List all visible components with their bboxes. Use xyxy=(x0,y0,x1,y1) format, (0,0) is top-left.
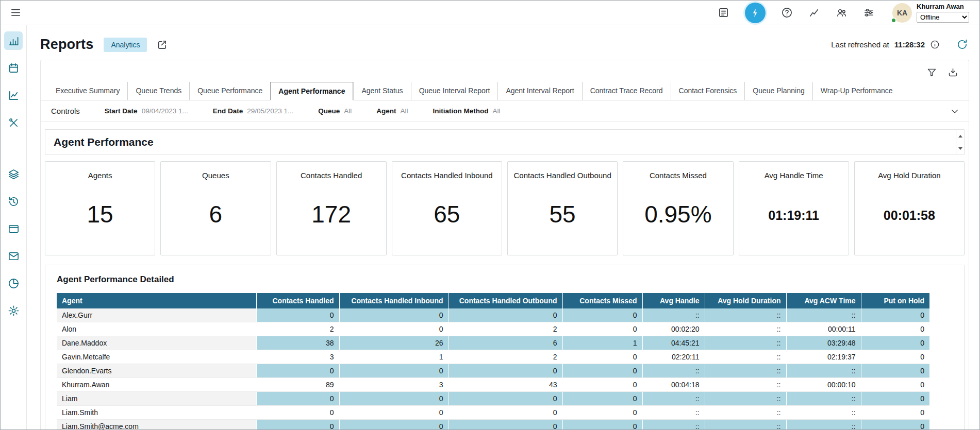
tab-wrap-up-performance[interactable]: Wrap-Up Performance xyxy=(812,82,901,100)
column-header-agent[interactable]: Agent xyxy=(57,293,256,308)
gear-icon[interactable] xyxy=(4,301,23,320)
history-icon[interactable] xyxy=(4,192,23,211)
agent-name-cell: Alon xyxy=(57,322,256,336)
refresh-icon[interactable] xyxy=(956,39,968,50)
metric-cell: :: xyxy=(786,420,861,430)
export-icon[interactable] xyxy=(948,67,958,78)
tab-agent-interval-report[interactable]: Agent Interval Report xyxy=(497,82,582,100)
control-start-date[interactable]: Start Date09/04/2023 1... xyxy=(105,107,188,115)
metric-cell: 0 xyxy=(562,322,642,336)
metric-cell: 0 xyxy=(562,392,642,406)
help-icon[interactable] xyxy=(781,7,793,19)
tab-contact-forensics[interactable]: Contact Forensics xyxy=(671,82,745,100)
metric-cell: 0 xyxy=(562,406,642,420)
lightning-icon[interactable] xyxy=(745,3,766,23)
hamburger-menu-icon[interactable] xyxy=(10,7,22,19)
metric-cell: :: xyxy=(642,392,705,406)
column-header-contacts-missed[interactable]: Contacts Missed xyxy=(562,293,642,308)
stepper-up-icon[interactable] xyxy=(956,130,964,142)
metric-cell: 0 xyxy=(861,420,929,430)
tab-queue-planning[interactable]: Queue Planning xyxy=(744,82,812,100)
tab-queue-performance[interactable]: Queue Performance xyxy=(189,82,270,100)
controls-title: Controls xyxy=(51,107,80,115)
tab-queue-interval-report[interactable]: Queue Interval Report xyxy=(411,82,498,100)
chevron-down-icon[interactable] xyxy=(950,107,959,116)
metric-cell: 0 xyxy=(861,392,929,406)
column-header-contacts-handled-outbound[interactable]: Contacts Handled Outbound xyxy=(449,293,562,308)
metric-cell: 6 xyxy=(449,336,562,350)
sliders-icon[interactable] xyxy=(863,7,875,19)
tab-agent-performance[interactable]: Agent Performance xyxy=(270,82,353,100)
table-row: Liam.Smith0000::::::0 xyxy=(57,406,929,420)
kpi-contacts-handled: Contacts Handled172 xyxy=(276,161,387,255)
metric-cell: :: xyxy=(705,322,786,336)
column-header-avg-acw-time[interactable]: Avg ACW Time xyxy=(786,293,861,308)
external-link-icon[interactable] xyxy=(156,39,168,50)
column-header-avg-handle[interactable]: Avg Handle xyxy=(642,293,705,308)
metric-cell: :: xyxy=(786,308,861,322)
metric-cell: 0 xyxy=(861,378,929,392)
control-agent[interactable]: AgentAll xyxy=(376,107,408,115)
metric-cell: 04:45:21 xyxy=(642,336,705,350)
layers-icon[interactable] xyxy=(4,165,23,183)
metric-cell: 0 xyxy=(861,364,929,378)
control-initiation-method[interactable]: Initiation MethodAll xyxy=(433,107,501,115)
metric-cell: 00:04:18 xyxy=(642,378,705,392)
table-row: Glendon.Evarts0000::::::0 xyxy=(57,364,929,378)
metric-cell: 0 xyxy=(256,364,339,378)
tab-queue-trends[interactable]: Queue Trends xyxy=(127,82,189,100)
info-icon[interactable] xyxy=(930,40,940,49)
metric-cell: 0 xyxy=(256,420,339,430)
table-row: Alon202000:02:20::00:00:110 xyxy=(57,322,929,336)
mail-icon[interactable] xyxy=(4,247,23,265)
metric-cell: 0 xyxy=(562,308,642,322)
notes-icon[interactable] xyxy=(718,7,729,19)
agent-name-cell: Dane.Maddox xyxy=(57,336,256,350)
tools-icon[interactable] xyxy=(4,113,23,132)
column-header-contacts-handled-inbound[interactable]: Contacts Handled Inbound xyxy=(339,293,449,308)
agent-status-select[interactable]: Offline xyxy=(917,12,969,23)
metric-cell: :: xyxy=(705,378,786,392)
status-dot xyxy=(891,18,896,23)
metric-cell: 0 xyxy=(449,406,562,420)
last-refreshed-label: Last refreshed at xyxy=(831,40,889,49)
calendar-icon[interactable] xyxy=(4,59,23,77)
section-scroll-stepper[interactable] xyxy=(956,130,964,154)
controls-fields: Start Date09/04/2023 1...End Date29/05/2… xyxy=(105,107,501,115)
metric-cell: 1 xyxy=(562,336,642,350)
metric-cell: 0 xyxy=(256,406,339,420)
tab-contract-trace-record[interactable]: Contract Trace Record xyxy=(582,82,671,100)
avatar[interactable]: KA xyxy=(892,3,912,23)
table-row: Khurram.Awan89343000:04:18::00:00:100 xyxy=(57,378,929,392)
metric-cell: :: xyxy=(705,364,786,378)
detail-section: Agent Performance Detailed AgentContacts… xyxy=(45,265,965,430)
bar-chart-icon[interactable] xyxy=(4,31,23,50)
kpi-contacts-handled-inbound: Contacts Handled Inbound65 xyxy=(392,161,502,255)
filter-icon[interactable] xyxy=(926,67,937,78)
kpi-avg-hold-duration: Avg Hold Duration00:01:58 xyxy=(854,161,965,255)
metric-cell: :: xyxy=(705,350,786,364)
metrics-icon[interactable] xyxy=(808,7,820,19)
kpi-queues: Queues6 xyxy=(160,161,271,255)
report-tabs: Executive SummaryQueue TrendsQueue Perfo… xyxy=(41,82,969,100)
column-header-contacts-handled[interactable]: Contacts Handled xyxy=(256,293,339,308)
column-header-avg-hold-duration[interactable]: Avg Hold Duration xyxy=(705,293,786,308)
metric-cell: 2 xyxy=(449,350,562,364)
section-title: Agent Performance xyxy=(45,130,154,154)
users-icon[interactable] xyxy=(836,7,848,19)
tab-executive-summary[interactable]: Executive Summary xyxy=(48,82,127,100)
stepper-down-icon[interactable] xyxy=(956,142,964,154)
metric-cell: 0 xyxy=(861,350,929,364)
line-chart-icon[interactable] xyxy=(4,86,23,105)
control-queue[interactable]: QueueAll xyxy=(318,107,352,115)
metric-cell: :: xyxy=(705,406,786,420)
tab-agent-status[interactable]: Agent Status xyxy=(353,82,410,100)
analytics-badge: Analytics xyxy=(104,38,147,52)
section-header: Agent Performance xyxy=(45,129,965,155)
window-icon[interactable] xyxy=(4,219,23,238)
metric-cell: :: xyxy=(642,364,705,378)
pie-chart-icon[interactable] xyxy=(4,274,23,293)
column-header-put-on-hold[interactable]: Put on Hold xyxy=(861,293,929,308)
detail-table-head-row: AgentContacts HandledContacts Handled In… xyxy=(57,293,929,308)
control-end-date[interactable]: End Date29/05/2023 1... xyxy=(213,107,294,115)
